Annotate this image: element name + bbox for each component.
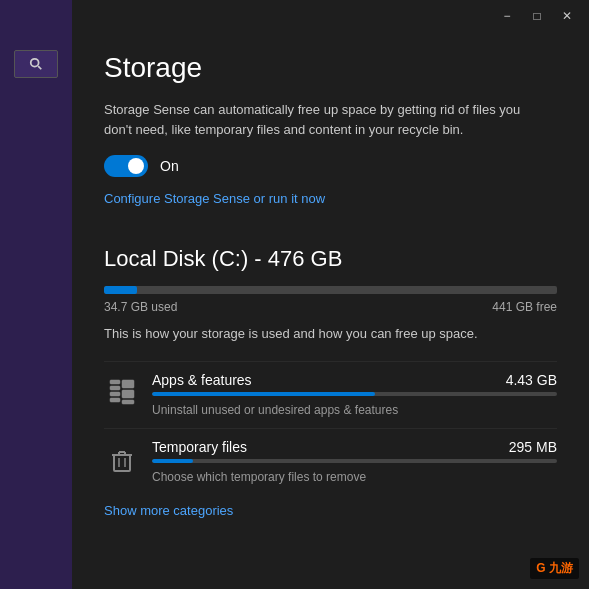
page-title: Storage bbox=[104, 52, 557, 84]
temp-files-header: Temporary files 295 MB bbox=[152, 439, 557, 455]
apps-features-desc: Uninstall unused or undesired apps & fea… bbox=[152, 403, 398, 417]
svg-rect-4 bbox=[110, 392, 120, 396]
titlebar: − □ ✕ bbox=[72, 0, 589, 32]
toggle-label: On bbox=[160, 158, 179, 174]
apps-features-bar-fill bbox=[152, 392, 375, 396]
watermark: G 九游 bbox=[530, 558, 579, 579]
apps-features-header: Apps & features 4.43 GB bbox=[152, 372, 557, 388]
disk-progress-bar bbox=[104, 286, 557, 294]
disk-progress-fill bbox=[104, 286, 137, 294]
sidebar bbox=[0, 0, 72, 589]
apps-icon bbox=[104, 374, 140, 410]
show-more-link[interactable]: Show more categories bbox=[104, 503, 233, 530]
storage-sense-toggle[interactable] bbox=[104, 155, 148, 177]
trash-icon bbox=[104, 441, 140, 477]
configure-link[interactable]: Configure Storage Sense or run it now bbox=[104, 191, 325, 206]
temp-files-item[interactable]: Temporary files 295 MB Choose which temp… bbox=[104, 428, 557, 495]
disk-section-title: Local Disk (C:) - 476 GB bbox=[104, 246, 557, 272]
temp-files-desc: Choose which temporary files to remove bbox=[152, 470, 366, 484]
content-area: Storage Storage Sense can automatically … bbox=[72, 32, 589, 589]
apps-features-size: 4.43 GB bbox=[506, 372, 557, 388]
svg-rect-7 bbox=[122, 390, 134, 398]
apps-features-name: Apps & features bbox=[152, 372, 252, 388]
svg-rect-8 bbox=[122, 400, 134, 404]
apps-features-item[interactable]: Apps & features 4.43 GB Uninstall unused… bbox=[104, 361, 557, 428]
maximize-button[interactable]: □ bbox=[523, 4, 551, 28]
svg-rect-2 bbox=[110, 380, 120, 384]
temp-files-bar-fill bbox=[152, 459, 193, 463]
storage-sense-toggle-row: On bbox=[104, 155, 557, 177]
temp-files-bar bbox=[152, 459, 557, 463]
disk-used-label: 34.7 GB used bbox=[104, 300, 177, 314]
storage-sense-description: Storage Sense can automatically free up … bbox=[104, 100, 534, 139]
svg-rect-5 bbox=[110, 398, 120, 402]
svg-line-1 bbox=[38, 66, 41, 69]
search-button[interactable] bbox=[14, 50, 58, 78]
svg-rect-3 bbox=[110, 386, 120, 390]
disk-stats: 34.7 GB used 441 GB free bbox=[104, 300, 557, 314]
temp-files-size: 295 MB bbox=[509, 439, 557, 455]
storage-info-text: This is how your storage is used and how… bbox=[104, 326, 557, 341]
toggle-knob bbox=[128, 158, 144, 174]
apps-features-content: Apps & features 4.43 GB Uninstall unused… bbox=[152, 372, 557, 418]
temp-files-content: Temporary files 295 MB Choose which temp… bbox=[152, 439, 557, 485]
close-button[interactable]: ✕ bbox=[553, 4, 581, 28]
svg-point-0 bbox=[31, 59, 39, 67]
apps-features-bar bbox=[152, 392, 557, 396]
main-panel: − □ ✕ Storage Storage Sense can automati… bbox=[72, 0, 589, 589]
svg-rect-6 bbox=[122, 380, 134, 388]
temp-files-name: Temporary files bbox=[152, 439, 247, 455]
minimize-button[interactable]: − bbox=[493, 4, 521, 28]
search-icon bbox=[29, 57, 43, 71]
svg-rect-9 bbox=[114, 455, 130, 471]
disk-free-label: 441 GB free bbox=[492, 300, 557, 314]
